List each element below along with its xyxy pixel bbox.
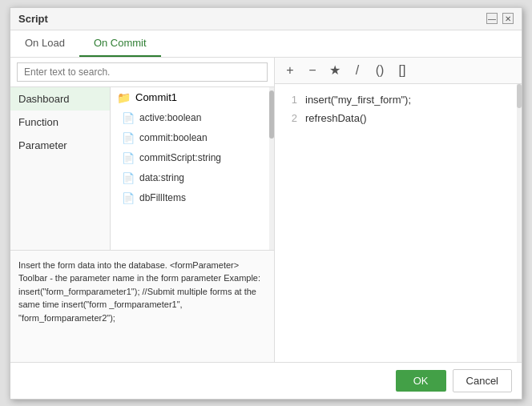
left-panel: Dashboard Function Parameter 📁 Commit1 📄… [10,58,275,362]
parens-button[interactable]: () [371,62,389,79]
tab-bar: On Load On Commit [10,30,522,58]
list-item[interactable]: 📄 commitScript:string [111,148,274,168]
file-icon: 📄 [122,132,135,144]
minimize-button[interactable]: — [486,13,498,24]
title-bar: Script — ✕ [10,8,522,30]
code-line-1: 1 insert("my_first_form"); [284,90,507,109]
subtract-button[interactable]: − [304,62,321,79]
dialog-title: Script [18,13,48,25]
folder-icon: 📁 [117,91,131,104]
list-item[interactable]: 📄 commit:boolean [111,128,274,148]
file-label: commit:boolean [139,132,208,143]
ok-button[interactable]: OK [396,370,446,392]
search-box [10,58,274,87]
file-label: commitScript:string [139,152,221,163]
dialog-footer: OK Cancel [10,362,522,399]
folder-label: Commit1 [135,91,177,103]
list-item[interactable]: 📄 active:boolean [111,108,274,128]
code-editor[interactable]: 1 insert("my_first_form"); 2 refreshData… [275,84,517,362]
slash-button[interactable]: / [349,62,366,79]
description-text: Insert the form data into the database. … [18,260,260,323]
dialog-body: Dashboard Function Parameter 📁 Commit1 📄… [10,58,522,362]
tab-on-load[interactable]: On Load [10,30,79,57]
scrollbar[interactable] [269,87,274,250]
file-label: data:string [139,172,184,183]
code-toolbar: + − ★ / () [] [275,58,522,84]
right-panel: + − ★ / () [] 1 insert("my_first_form");… [275,58,522,362]
tree-area: Dashboard Function Parameter 📁 Commit1 📄… [10,87,274,250]
line-number: 2 [284,109,297,127]
cancel-button[interactable]: Cancel [453,369,512,392]
line-number: 1 [284,90,297,109]
list-item[interactable]: 📄 dbFillItems [111,188,274,208]
nav-item-dashboard[interactable]: Dashboard [10,87,110,111]
file-icon: 📄 [122,192,135,204]
star-button[interactable]: ★ [326,62,344,79]
right-scrollbar[interactable] [517,84,522,362]
code-line-2: 2 refreshData() [284,109,507,127]
tree-nav: Dashboard Function Parameter [10,87,111,250]
brackets-button[interactable]: [] [393,62,411,79]
tab-on-commit[interactable]: On Commit [79,30,161,57]
list-item[interactable]: 📄 data:string [111,168,274,188]
file-icon: 📄 [122,172,135,184]
nav-item-function[interactable]: Function [10,111,110,134]
title-controls: — ✕ [486,13,514,24]
search-input[interactable] [17,62,268,82]
folder-item[interactable]: 📁 Commit1 [111,87,274,108]
file-label: active:boolean [139,112,201,123]
file-label: dbFillItems [139,192,186,203]
code-content: refreshData() [305,109,367,127]
file-icon: 📄 [122,112,135,124]
tree-list: 📁 Commit1 📄 active:boolean 📄 commit:bool… [111,87,274,250]
scrollbar-thumb [269,90,274,139]
description-area: Insert the form data into the database. … [10,250,274,362]
close-button[interactable]: ✕ [502,13,514,24]
right-scrollbar-thumb [517,84,522,108]
nav-item-parameter[interactable]: Parameter [10,134,110,157]
file-icon: 📄 [122,152,135,164]
code-content: insert("my_first_form"); [305,90,411,109]
script-dialog: Script — ✕ On Load On Commit Dashboard F… [10,7,522,400]
add-button[interactable]: + [281,62,299,79]
